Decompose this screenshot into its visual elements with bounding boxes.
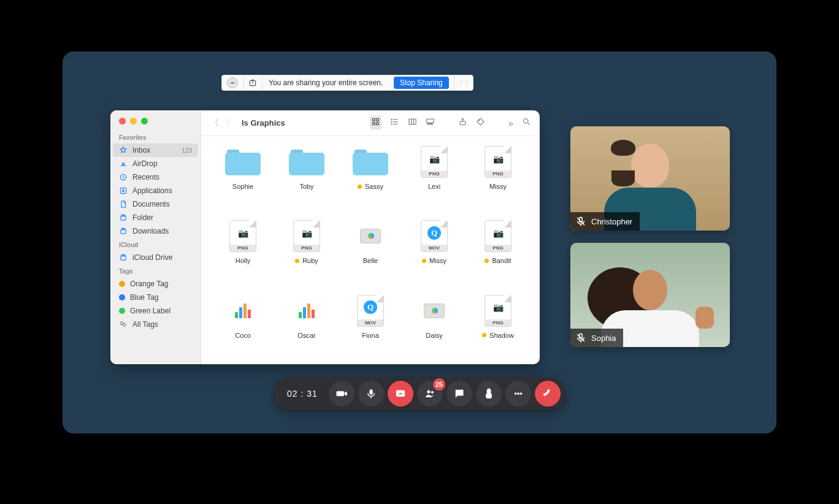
file-item[interactable]: QMOV Missy: [406, 219, 462, 283]
sidebar-item[interactable]: Folder: [110, 211, 201, 224]
participants-count-badge: 25: [433, 378, 445, 391]
stop-sharing-button[interactable]: Stop Sharing: [394, 77, 448, 89]
share-toolbar: − You are sharing your entire screen. St…: [221, 75, 473, 91]
file-thumbnail: [351, 145, 389, 179]
end-call-button[interactable]: [535, 381, 561, 407]
svg-point-31: [524, 119, 529, 124]
popout-share-button[interactable]: [243, 75, 262, 90]
file-item[interactable]: QMOV Fiona: [342, 294, 399, 358]
view-columns-button[interactable]: [408, 117, 417, 129]
collapse-share-toolbar-button[interactable]: −: [227, 77, 238, 88]
file-name: Belle: [363, 257, 378, 264]
reactions-button[interactable]: [476, 381, 502, 407]
toolbar-grip-handle[interactable]: ⋮⋮: [454, 80, 473, 85]
sidebar-item[interactable]: Inbox 123: [113, 143, 198, 157]
disk-icon: [119, 227, 128, 235]
file-item[interactable]: Sophie: [215, 145, 271, 209]
file-item[interactable]: 📷PNG Lexi: [406, 145, 462, 209]
svg-rect-27: [429, 124, 431, 124]
sidebar-item[interactable]: Recents: [110, 170, 201, 184]
file-tag-dot: [295, 259, 299, 263]
sidebar-tag-item[interactable]: Blue Tag: [110, 291, 201, 304]
file-name: Sassy: [365, 183, 383, 190]
sidebar-tag-item[interactable]: Orange Tag: [110, 277, 201, 291]
file-thumbnail: 📷PNG: [415, 145, 453, 179]
view-gallery-button[interactable]: [426, 117, 435, 129]
file-name: Fiona: [362, 332, 379, 339]
more-options-button[interactable]: [505, 381, 531, 407]
file-item[interactable]: 📷PNG Ruby: [278, 219, 335, 283]
file-name: Bandit: [492, 257, 511, 264]
participant-name-chip: Sophia: [570, 329, 623, 347]
sidebar-heading-icloud: iCloud: [110, 238, 201, 251]
sidebar-item-label: Orange Tag: [130, 280, 194, 288]
sidebar-heading-favorites: Favorites: [110, 131, 201, 143]
view-list-button[interactable]: [390, 117, 399, 129]
file-item[interactable]: 📷PNG Holly: [215, 219, 271, 283]
file-item[interactable]: Toby: [278, 145, 335, 209]
file-item[interactable]: Coco: [215, 294, 271, 358]
file-item[interactable]: 📷PNG Shadow: [470, 294, 526, 358]
view-icons-button[interactable]: [370, 116, 381, 130]
nav-back-button[interactable]: 〈: [210, 117, 219, 129]
sidebar-item-label: Downloads: [132, 227, 194, 235]
sidebar-tag-item[interactable]: Green Label: [110, 304, 201, 318]
camera-toggle-button[interactable]: [329, 381, 354, 407]
chat-button[interactable]: [446, 381, 472, 407]
search-button[interactable]: [522, 117, 531, 129]
file-name: Daisy: [426, 332, 443, 339]
svg-rect-15: [376, 123, 378, 125]
file-thumbnail: 📷PNG: [288, 219, 326, 253]
all-tags-icon: [119, 320, 128, 329]
sidebar-item-label: All Tags: [132, 320, 194, 329]
tag-dot-icon: [119, 308, 125, 314]
window-traffic-lights: [110, 118, 201, 131]
participant-tile[interactable]: Sophia: [570, 243, 730, 347]
window-maximize-button[interactable]: [141, 118, 148, 124]
file-item[interactable]: Oscar: [278, 294, 335, 358]
file-thumbnail: 📷PNG: [224, 219, 262, 253]
file-item[interactable]: 📷PNG Missy: [470, 145, 526, 209]
tags-button[interactable]: [476, 117, 485, 129]
sidebar-item[interactable]: Applications: [110, 184, 201, 197]
sidebar-item-label: iCloud Drive: [132, 253, 194, 262]
svg-point-19: [391, 119, 392, 120]
sidebar-item[interactable]: Downloads: [110, 224, 201, 238]
svg-rect-14: [372, 123, 375, 125]
participant-name: Sophia: [591, 334, 616, 343]
file-item[interactable]: Sassy: [342, 145, 399, 209]
sidebar-item[interactable]: Documents: [110, 197, 201, 211]
finder-sidebar: Favorites Inbox 123 AirDrop Recents Appl…: [110, 110, 201, 364]
share-button[interactable]: [458, 117, 467, 129]
screen-share-button[interactable]: [388, 381, 413, 407]
participants-button[interactable]: 25: [417, 381, 443, 407]
file-thumbnail: QMOV: [351, 294, 389, 328]
svg-rect-26: [427, 124, 429, 124]
file-item[interactable]: Belle: [342, 219, 399, 283]
finder-main: 〈 〉 ls Graphics: [201, 110, 540, 364]
sidebar-tag-item[interactable]: All Tags: [110, 318, 201, 331]
sidebar-item-label: Applications: [132, 186, 194, 195]
sidebar-item[interactable]: iCloud Drive: [110, 251, 201, 264]
file-item[interactable]: Daisy: [406, 294, 462, 358]
sidebar-item-label: Inbox: [132, 146, 177, 155]
meeting-panel: − You are sharing your entire screen. St…: [63, 52, 776, 433]
mic-toggle-button[interactable]: [358, 381, 384, 407]
file-name: Ruby: [302, 257, 318, 264]
sidebar-item-label: Recents: [132, 173, 194, 181]
file-tag-dot: [358, 185, 362, 189]
more-toolbar-button[interactable]: »: [508, 118, 513, 128]
sidebar-item[interactable]: AirDrop: [110, 157, 201, 170]
nav-forward-button[interactable]: 〉: [225, 117, 234, 129]
svg-rect-12: [372, 119, 375, 121]
svg-line-32: [527, 123, 529, 124]
window-minimize-button[interactable]: [130, 118, 137, 124]
participant-tile[interactable]: Christopher: [570, 126, 730, 231]
svg-rect-22: [409, 119, 416, 124]
file-item[interactable]: 📷PNG Bandit: [470, 219, 526, 283]
file-thumbnail: [224, 145, 262, 179]
window-close-button[interactable]: [119, 118, 126, 124]
disk-icon: [119, 253, 128, 262]
svg-rect-39: [370, 389, 373, 394]
file-thumbnail: QMOV: [415, 219, 453, 253]
